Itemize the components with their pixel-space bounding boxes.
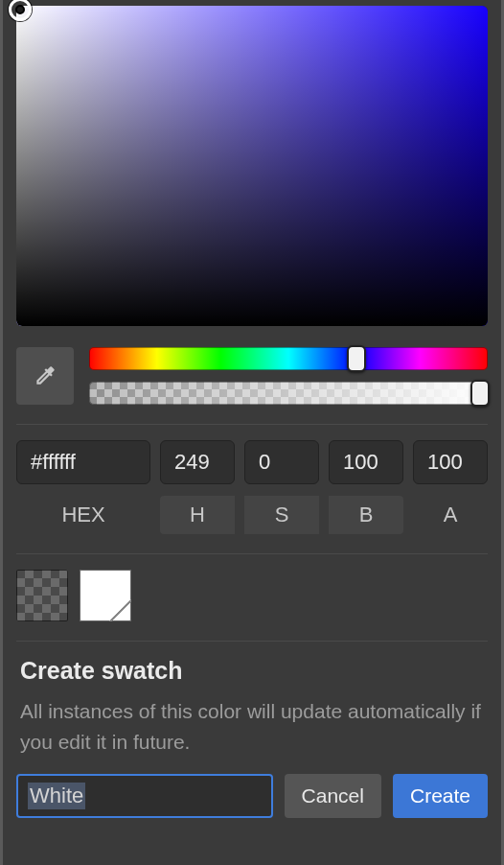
swatch-name-input[interactable]: White xyxy=(16,774,273,818)
create-swatch-title: Create swatch xyxy=(20,657,484,685)
alpha-thumb[interactable] xyxy=(470,380,490,407)
mode-tab-b[interactable]: B xyxy=(329,496,403,534)
create-button[interactable]: Create xyxy=(393,774,488,818)
create-swatch-description: All instances of this color will update … xyxy=(20,696,484,757)
eyedropper-button[interactable] xyxy=(16,347,74,405)
alpha-input[interactable]: 100 xyxy=(413,440,488,484)
alpha-label: A xyxy=(413,496,488,534)
hex-label: HEX xyxy=(16,496,150,534)
divider xyxy=(16,641,488,642)
hue-slider[interactable] xyxy=(89,347,488,370)
alpha-slider[interactable] xyxy=(89,382,488,405)
hue-thumb[interactable] xyxy=(347,345,366,372)
mode-tab-h[interactable]: H xyxy=(160,496,235,534)
swatch-current[interactable] xyxy=(80,570,131,621)
brightness-input[interactable]: 100 xyxy=(329,440,403,484)
swatch-none[interactable] xyxy=(16,570,68,621)
hex-input[interactable]: #ffffff xyxy=(16,440,150,484)
saturation-brightness-area[interactable] xyxy=(16,6,488,326)
color-picker-panel: #ffffff 249 0 100 100 HEX H S B A Create… xyxy=(0,0,504,865)
swatch-name-value: White xyxy=(28,783,85,809)
saturation-input[interactable]: 0 xyxy=(244,440,319,484)
mode-tab-s[interactable]: S xyxy=(244,496,319,534)
eyedropper-icon xyxy=(33,363,57,388)
hue-input[interactable]: 249 xyxy=(160,440,235,484)
cancel-button[interactable]: Cancel xyxy=(285,774,381,818)
divider xyxy=(16,553,488,554)
divider xyxy=(16,424,488,425)
